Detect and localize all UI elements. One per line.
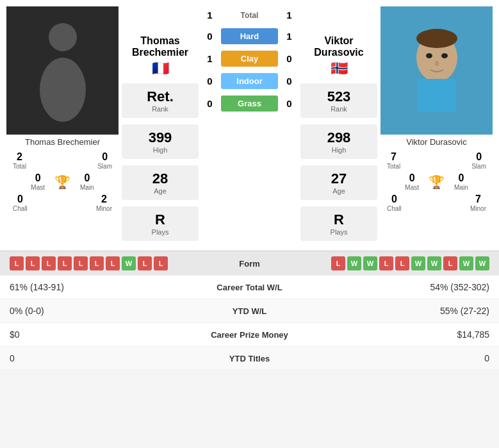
right-minor-val: 7 [470, 194, 486, 205]
stats-label-1: YTD W/L [186, 306, 314, 316]
left-age-val: 28 [127, 170, 193, 187]
svg-point-5 [441, 53, 448, 58]
left-form-badge-8: L [138, 256, 152, 270]
stats-right-3: 0 [314, 353, 490, 363]
form-section: LLLLLLLWLL Form LWWLLWWLWW [0, 251, 499, 276]
right-form-badge-9: W [475, 256, 489, 270]
clay-badge: Clay [221, 51, 278, 67]
right-plays-val: R [306, 212, 372, 228]
right-silhouette [405, 29, 469, 112]
left-rank-label: Rank [127, 105, 193, 113]
left-rank-val: Ret. [127, 88, 193, 105]
grass-left-score: 0 [202, 98, 218, 109]
stats-right-2: $14,785 [314, 329, 490, 340]
hard-badge: Hard [221, 28, 278, 44]
stats-row-3: 0 YTD Titles 0 [0, 347, 499, 370]
left-form-badge-0: L [10, 256, 24, 270]
right-player-name: Viktor Durasovic [300, 35, 377, 58]
clay-left-score: 1 [202, 53, 218, 64]
left-silhouette [31, 19, 95, 122]
left-rank-box: Ret. Rank [122, 83, 199, 118]
grass-badge: Grass [221, 95, 278, 112]
right-age-box: 27 Age [300, 165, 377, 200]
stats-row-0: 61% (143-91) Career Total W/L 54% (352-3… [0, 276, 499, 299]
left-age-label: Age [127, 187, 193, 195]
right-rank-box: 523 Rank [300, 83, 377, 118]
indoor-badge: Indoor [221, 73, 278, 89]
left-mast-val: 0 [31, 172, 45, 184]
right-rank-val: 523 [306, 88, 372, 105]
left-form-badges: LLLLLLLWLL [10, 256, 168, 270]
left-form-badge-3: L [58, 256, 72, 270]
right-slam-val: 0 [471, 151, 486, 163]
svg-point-6 [435, 61, 439, 66]
form-label: Form [239, 259, 260, 269]
center-col: 1 Total 1 0 Hard 1 1 Clay 0 0 Indoor 0 [202, 6, 297, 115]
left-form-badge-7: W [122, 256, 136, 270]
right-flag: 🇳🇴 [300, 60, 377, 77]
right-form-badge-3: L [379, 256, 393, 270]
clay-right-score: 0 [281, 53, 297, 64]
total-right-score: 1 [281, 10, 297, 21]
stats-rows: 61% (143-91) Career Total W/L 54% (352-3… [0, 276, 499, 370]
stats-label-3: YTD Titles [186, 354, 314, 363]
stats-right-1: 55% (27-22) [314, 306, 490, 316]
left-chall-val: 0 [13, 194, 28, 205]
left-minor-val: 2 [96, 194, 112, 205]
left-main-val: 0 [80, 172, 94, 184]
total-left-score: 1 [202, 10, 218, 21]
right-trophy-icon: 🏆 [429, 174, 445, 190]
total-row: 1 Total 1 [202, 8, 297, 22]
right-high-val: 298 [306, 129, 372, 146]
left-flag: 🇫🇷 [122, 60, 199, 77]
left-form-badge-1: L [26, 256, 40, 270]
svg-point-0 [49, 23, 77, 51]
svg-point-1 [40, 58, 86, 122]
right-trophy-row: 7 Total 0 Slam [380, 150, 493, 171]
stats-label-2: Career Prize Money [186, 330, 314, 340]
right-player-photo [380, 6, 493, 135]
left-total-val: 2 [13, 151, 26, 163]
grass-right-score: 0 [281, 98, 297, 109]
left-form-badge-4: L [74, 256, 88, 270]
right-minor-label: Minor [470, 205, 486, 212]
right-main-val: 0 [454, 172, 468, 184]
left-form-badge-6: L [106, 256, 120, 270]
indoor-right-score: 0 [281, 76, 297, 87]
right-stats-area: 7 Total 0 Slam 0 Mast 🏆 0 [380, 150, 493, 213]
left-trophy-icon: 🏆 [54, 174, 70, 190]
right-player-col: Viktor Durasovic 7 Total 0 Slam 0 [380, 6, 493, 213]
main-container: Thomas Brechemier 2 Total 0 Slam 0 [0, 0, 499, 370]
left-total-label: Total [13, 163, 26, 170]
indoor-row: 0 Indoor 0 [202, 72, 297, 90]
left-plays-box: R Plays [122, 206, 199, 241]
left-slam-val: 0 [97, 151, 112, 163]
svg-rect-3 [418, 79, 456, 112]
right-chall-label: Chall [387, 205, 402, 212]
left-mast-label: Mast [31, 184, 45, 191]
svg-point-7 [416, 29, 457, 48]
stats-label-0: Career Total W/L [186, 283, 314, 292]
total-label: Total [218, 11, 281, 20]
stats-left-3: 0 [10, 353, 186, 363]
right-mast-val: 0 [405, 172, 419, 184]
left-trophy-row: 2 Total 0 Slam [6, 150, 119, 171]
left-high-box: 399 High [122, 124, 199, 159]
left-high-val: 399 [127, 129, 193, 146]
left-plays-val: R [127, 212, 193, 228]
left-player-photo [6, 6, 119, 135]
right-form-badge-7: L [443, 256, 457, 270]
right-form-badge-8: W [459, 256, 473, 270]
right-rank-label: Rank [306, 105, 372, 113]
stats-left-1: 0% (0-0) [10, 306, 186, 316]
right-trophy-center: 0 Mast 🏆 0 Main [380, 171, 493, 192]
right-high-label: High [306, 146, 372, 154]
left-slam-label: Slam [97, 163, 112, 170]
right-form-badge-0: L [331, 256, 345, 270]
right-stats-col: Viktor Durasovic 🇳🇴 523 Rank 298 High 27… [300, 35, 377, 244]
left-stats-col: Thomas Brechemier 🇫🇷 Ret. Rank 399 High … [122, 35, 199, 244]
right-plays-box: R Plays [300, 206, 377, 241]
right-age-label: Age [306, 187, 372, 195]
stats-row-2: $0 Career Prize Money $14,785 [0, 323, 499, 347]
right-form-badges: LWWLLWWLWW [331, 256, 489, 270]
